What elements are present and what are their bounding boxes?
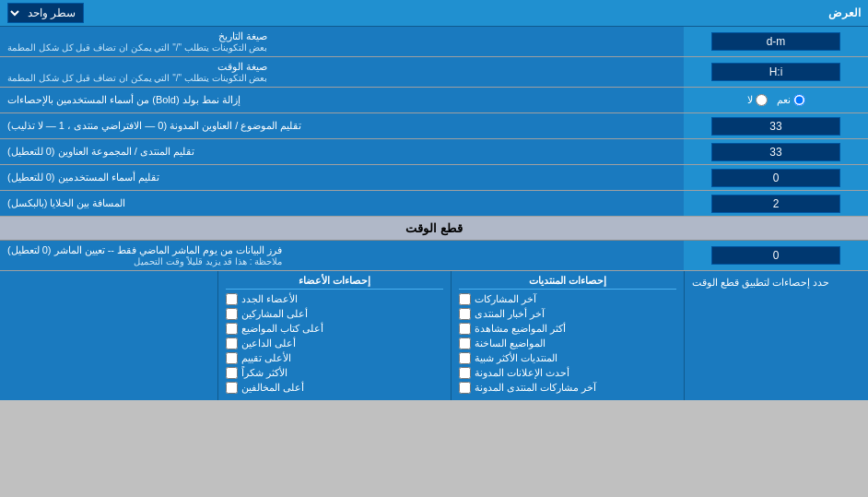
cutoff-label: فرز البيانات من يوم الماشر الماضي فقط --… [0,241,684,270]
cutoff-section-header: قطع الوقت [0,217,868,241]
checkbox-member-7[interactable] [226,382,238,394]
radio-yes[interactable] [793,94,805,106]
empty-col [0,271,217,400]
stats-item-7: آخر مشاركات المنتدى المدونة [459,382,676,394]
display-select[interactable]: سطر واحد سطرين ثلاثة أسطر [7,3,84,23]
cell-spacing-control[interactable]: 2 [684,191,868,216]
checkbox-forum-3[interactable] [459,323,471,335]
top-bar-label: العرض [828,6,861,19]
checkbox-member-1[interactable] [226,293,238,305]
checkbox-forum-1[interactable] [459,293,471,305]
radio-no-label[interactable]: لا [747,94,768,106]
cutoff-row: 0 فرز البيانات من يوم الماشر الماضي فقط … [0,241,868,271]
member-stats-item-7: أعلى المخالفين [226,382,443,394]
member-stats-item-4: أعلى الداعين [226,337,443,349]
user-trim-row: 0 تقليم أسماء المستخدمين (0 للتعطيل) [0,165,868,191]
checkbox-forum-6[interactable] [459,367,471,379]
date-format-label: صيغة التاريخ بعض التكوينات يتطلب "/" الت… [0,27,684,56]
forum-stats-header: إحصاءات المنتديات [459,275,676,290]
stats-columns: إحصاءات المنتديات آخر المشاركات آخر أخبا… [0,271,684,400]
member-stats-header: إحصاءات الأعضاء [226,275,443,290]
date-format-input[interactable]: d-m [711,32,840,51]
stats-item-6: أحدث الإعلانات المدونة [459,367,676,379]
stats-container: حدد إحصاءات لتطبيق قطع الوقت إحصاءات الم… [0,271,868,400]
member-stats-item-1: الأعضاء الجدد [226,293,443,305]
bold-radio-group: نعم لا [747,94,805,106]
cell-spacing-input[interactable]: 2 [711,195,840,213]
checkbox-forum-4[interactable] [459,337,471,349]
checkbox-member-3[interactable] [226,323,238,335]
bold-remove-row: نعم لا إزالة نمط بولد (Bold) من أسماء ال… [0,88,868,113]
main-container: العرض سطر واحد سطرين ثلاثة أسطر d-m صيغة… [0,0,868,400]
forum-trim-control[interactable]: 33 [684,139,868,164]
radio-yes-label[interactable]: نعم [777,94,805,106]
stats-item-1: آخر المشاركات [459,293,676,305]
time-format-control[interactable]: H:i [684,57,868,87]
cutoff-input[interactable]: 0 [711,246,840,265]
bold-remove-control[interactable]: نعم لا [684,88,868,112]
cutoff-control[interactable]: 0 [684,241,868,270]
bold-remove-label: إزالة نمط بولد (Bold) من أسماء المستخدمي… [0,88,684,112]
member-stats-item-2: أعلى المشاركين [226,308,443,320]
topic-order-row: 33 تقليم الموضوع / العناوين المدونة (0 —… [0,113,868,139]
checkbox-forum-7[interactable] [459,382,471,394]
radio-no[interactable] [756,94,768,106]
checkbox-member-2[interactable] [226,308,238,320]
top-bar: العرض سطر واحد سطرين ثلاثة أسطر [0,0,868,27]
checkbox-forum-2[interactable] [459,308,471,320]
forum-stats-col: إحصاءات المنتديات آخر المشاركات آخر أخبا… [451,271,684,400]
date-format-control[interactable]: d-m [684,27,868,56]
stats-item-2: آخر أخبار المنتدى [459,308,676,320]
user-trim-label: تقليم أسماء المستخدمين (0 للتعطيل) [0,165,684,190]
checkbox-member-5[interactable] [226,352,238,364]
top-bar-select[interactable]: سطر واحد سطرين ثلاثة أسطر [7,3,84,23]
stats-item-3: أكثر المواضيع مشاهدة [459,323,676,335]
member-stats-col: إحصاءات الأعضاء الأعضاء الجدد أعلى المشا… [217,271,451,400]
user-trim-control[interactable]: 0 [684,165,868,190]
topic-order-label: تقليم الموضوع / العناوين المدونة (0 — ال… [0,113,684,138]
forum-trim-row: 33 تقليم المنتدى / المجموعة العناوين (0 … [0,139,868,165]
cell-spacing-row: 2 المسافة بين الخلايا (بالبكسل) [0,191,868,217]
forum-trim-input[interactable]: 33 [711,143,840,161]
date-format-row: d-m صيغة التاريخ بعض التكوينات يتطلب "/"… [0,27,868,57]
topic-order-control[interactable]: 33 [684,113,868,138]
stats-header-label: حدد إحصاءات لتطبيق قطع الوقت [684,271,868,400]
member-stats-item-5: الأعلى تقييم [226,352,443,364]
forum-trim-label: تقليم المنتدى / المجموعة العناوين (0 للت… [0,139,684,164]
member-stats-item-3: أعلى كتاب المواضيع [226,323,443,335]
member-stats-item-6: الأكثر شكراً [226,367,443,379]
cell-spacing-label: المسافة بين الخلايا (بالبكسل) [0,191,684,216]
checkbox-member-6[interactable] [226,367,238,379]
user-trim-input[interactable]: 0 [711,169,840,187]
time-format-input[interactable]: H:i [711,63,840,81]
checkbox-forum-5[interactable] [459,352,471,364]
stats-item-4: المواضيع الساخنة [459,337,676,349]
time-format-label: صيغة الوقت بعض التكوينات يتطلب "/" التي … [0,57,684,87]
topic-order-input[interactable]: 33 [711,117,840,136]
checkbox-member-4[interactable] [226,337,238,349]
stats-item-5: المنتديات الأكثر شبية [459,352,676,364]
time-format-row: H:i صيغة الوقت بعض التكوينات يتطلب "/" ا… [0,57,868,88]
